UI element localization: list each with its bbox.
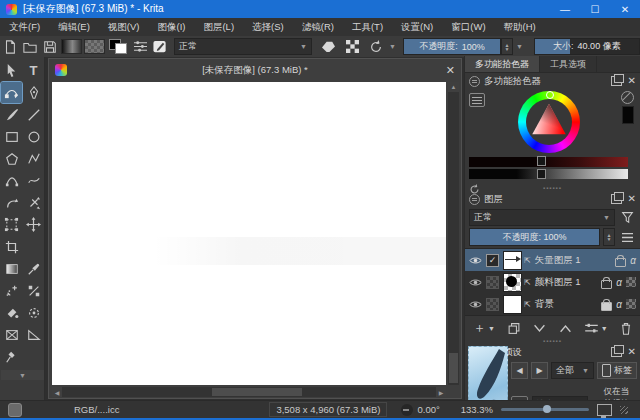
alpha-channel-icon[interactable] <box>626 277 636 287</box>
layer-opacity-slider[interactable]: 不透明度: 100% <box>469 228 600 246</box>
menu-file[interactable]: 文件(F) <box>0 18 49 36</box>
layer-lock-open-icon[interactable] <box>601 280 612 289</box>
refresh-shades-icon[interactable] <box>469 181 480 199</box>
menu-select[interactable]: 选择(S) <box>243 18 293 36</box>
opacity-spinner[interactable]: ▲▼ <box>501 38 513 55</box>
layer-selected-checkbox[interactable] <box>486 276 499 289</box>
layer-lock-closed-icon[interactable] <box>601 302 612 311</box>
layer-visibility-icon[interactable] <box>469 254 482 267</box>
tool-select-shapes[interactable] <box>1 60 22 81</box>
float-docker-icon[interactable] <box>611 76 622 86</box>
menu-tools[interactable]: 工具(T) <box>343 18 392 36</box>
tool-ellipse[interactable] <box>23 126 44 147</box>
tool-freehand-brush[interactable] <box>1 104 22 125</box>
layer-filter-icon[interactable] <box>618 210 636 226</box>
maximize-button[interactable]: ☐ <box>580 0 610 18</box>
brush-size-slider[interactable]: 大小: 40.00 像素 <box>534 38 640 55</box>
close-button[interactable]: ✕ <box>610 0 640 18</box>
inherit-alpha-icon[interactable]: α <box>616 277 622 288</box>
scroll-right-icon[interactable]: ▶ <box>436 387 446 397</box>
scroll-left-icon[interactable]: ◀ <box>52 387 62 397</box>
tool-calligraphy[interactable] <box>23 82 44 103</box>
brush-option-slider-icon[interactable] <box>130 38 150 55</box>
tool-freehand-path[interactable] <box>23 170 44 191</box>
selector-settings-icon[interactable] <box>469 93 485 107</box>
minimize-button[interactable]: — <box>550 0 580 18</box>
float-docker-icon[interactable] <box>611 194 622 204</box>
hue-ring[interactable] <box>518 91 580 153</box>
layer-row-vector[interactable]: ✓ ⇱ 矢量图层 1 α <box>465 249 640 271</box>
menu-image[interactable]: 图像(I) <box>148 18 194 36</box>
opacity-dropdown-caret[interactable]: ▼ <box>513 43 526 50</box>
saturation-value-triangle[interactable] <box>530 103 568 141</box>
shade-bar-value[interactable] <box>469 169 628 179</box>
canvas-rotation-icon[interactable] <box>401 404 413 416</box>
tool-edit-shapes[interactable] <box>1 82 22 103</box>
scroll-up-icon[interactable]: ▲ <box>448 82 459 92</box>
fit-to-screen-icon[interactable] <box>597 404 612 416</box>
reload-preset-icon[interactable] <box>366 38 386 55</box>
menu-layer[interactable]: 图层(L) <box>194 18 243 36</box>
previous-preset-button[interactable]: ◀ <box>511 362 528 379</box>
menu-edit[interactable]: 编辑(E) <box>49 18 99 36</box>
gradient-chooser[interactable] <box>61 39 82 54</box>
zoom-slider-thumb[interactable] <box>543 405 551 413</box>
layer-properties-icon[interactable] <box>618 229 636 245</box>
horizontal-scroll-thumb[interactable] <box>212 388 302 396</box>
menu-window[interactable]: 窗口(W) <box>442 18 494 36</box>
move-layer-up-button[interactable] <box>559 324 572 333</box>
preserve-alpha-icon[interactable] <box>342 38 362 55</box>
tool-dynamic-brush[interactable] <box>1 192 22 213</box>
tool-similar-color-selection[interactable] <box>23 280 44 301</box>
menu-help[interactable]: 帮助(H) <box>495 18 545 36</box>
no-color-icon[interactable] <box>621 91 634 104</box>
canvas[interactable] <box>52 82 446 385</box>
move-layer-down-button[interactable] <box>533 324 546 333</box>
opacity-slider[interactable]: 不透明度: 100% <box>403 38 501 55</box>
tool-measure[interactable] <box>23 324 44 345</box>
close-docker-icon[interactable]: ✕ <box>628 194 636 204</box>
layer-opacity-spinner[interactable]: ▲▼ <box>603 228 615 246</box>
reload-dropdown-caret[interactable]: ▼ <box>386 43 399 50</box>
float-docker-icon[interactable] <box>611 347 622 357</box>
tab-tool-options[interactable]: 工具选项 <box>540 56 597 72</box>
shade-bar-saturation[interactable] <box>469 157 628 167</box>
tool-text[interactable]: T <box>23 60 44 81</box>
tags-button[interactable]: 标签 <box>597 362 637 379</box>
tool-multibrush[interactable] <box>23 192 44 213</box>
close-docker-icon[interactable]: ✕ <box>628 347 636 357</box>
tool-polyline[interactable] <box>23 148 44 169</box>
brush-editor-icon[interactable] <box>150 38 170 55</box>
add-layer-button[interactable]: ＋▼ <box>473 319 495 337</box>
tool-smart-patch[interactable] <box>1 280 22 301</box>
toolbox-overflow-button[interactable]: ▼ <box>1 370 44 380</box>
tool-reference-images[interactable] <box>1 324 22 345</box>
duplicate-layer-button[interactable] <box>507 322 521 335</box>
tool-fill[interactable] <box>1 302 22 323</box>
tool-enclose-and-fill[interactable] <box>23 302 44 323</box>
save-icon[interactable] <box>40 38 60 55</box>
window-resize-grip[interactable] <box>620 406 628 414</box>
docker-menu-icon[interactable] <box>469 76 480 87</box>
layer-blending-mode-select[interactable]: 正常▼ <box>469 209 615 226</box>
vertical-scroll-thumb[interactable] <box>449 353 458 383</box>
layer-row-paint[interactable]: ⇱ 颜料图层 1 α <box>465 271 640 293</box>
tab-advanced-color-selector[interactable]: 多功能拾色器 <box>465 56 540 72</box>
tool-polygon[interactable] <box>1 148 22 169</box>
background-color[interactable] <box>115 43 127 54</box>
tool-move[interactable] <box>23 214 44 235</box>
layer-visibility-icon[interactable] <box>469 276 482 289</box>
eraser-mode-icon[interactable] <box>318 38 338 55</box>
layer-lock-open-icon[interactable] <box>615 258 626 267</box>
menu-view[interactable]: 视图(V) <box>99 18 149 36</box>
next-preset-button[interactable]: ▶ <box>531 362 548 379</box>
selection-mode-icon[interactable] <box>8 403 22 417</box>
menu-filter[interactable]: 滤镜(R) <box>293 18 343 36</box>
document-close-icon[interactable]: ✕ <box>446 59 455 81</box>
foreground-background-colors[interactable] <box>109 39 127 54</box>
delete-layer-button[interactable] <box>620 322 632 335</box>
tool-bezier-curve[interactable] <box>1 170 22 191</box>
document-tab[interactable]: [未保存图像] (67.3 MiB) * ✕ <box>49 59 461 81</box>
layer-visibility-icon[interactable] <box>469 298 482 311</box>
canvas-horizontal-scrollbar[interactable]: ◀ ▶ <box>52 387 446 397</box>
